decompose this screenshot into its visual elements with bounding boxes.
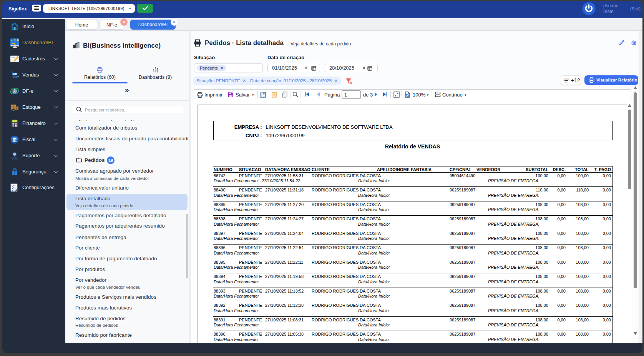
svg-text:+: + (13, 123, 13, 125)
svg-text:%: % (14, 73, 15, 75)
svg-text:%: % (18, 76, 19, 77)
svg-text:?: ? (274, 94, 275, 96)
svg-text:=: = (15, 123, 16, 125)
